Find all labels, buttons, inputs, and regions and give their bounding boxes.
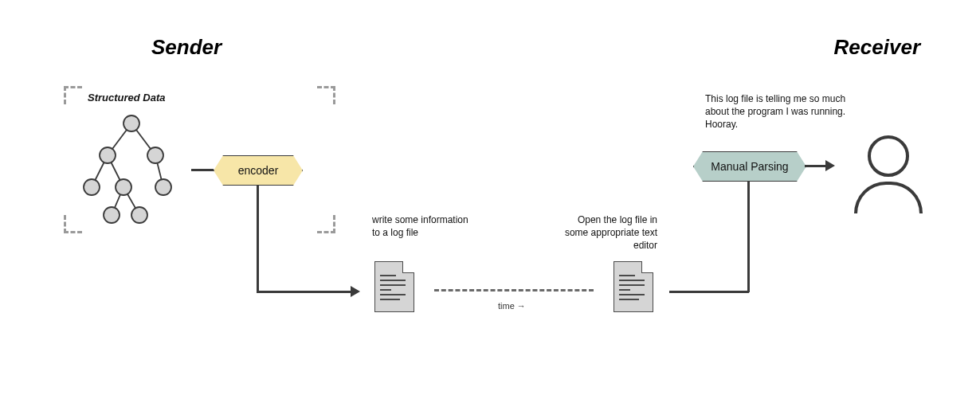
bracket-corner: [317, 215, 335, 233]
structured-data-label: Structured Data: [88, 92, 166, 104]
svg-point-8: [100, 147, 116, 163]
encoder-step: encoder: [214, 155, 303, 186]
open-log-caption: Open the log file in some appropriate te…: [554, 213, 657, 252]
arrow-right-icon: [825, 160, 835, 171]
connector: [747, 179, 750, 292]
svg-point-12: [155, 179, 171, 195]
svg-point-14: [131, 207, 147, 223]
write-log-caption: write some information to a log file: [372, 213, 476, 239]
svg-point-7: [123, 115, 139, 131]
connector: [257, 291, 352, 293]
svg-point-11: [116, 179, 131, 195]
connector: [257, 185, 259, 292]
time-label: time →: [498, 301, 526, 311]
time-dashed-line: [434, 289, 594, 291]
svg-point-9: [147, 147, 163, 163]
manual-parsing-step: Manual Parsing: [693, 151, 806, 182]
connector: [669, 291, 749, 293]
document-icon: [613, 261, 653, 312]
tree-icon: [76, 108, 187, 227]
bracket-corner: [64, 86, 82, 104]
diagram: Sender Receiver Structured Data encoder: [0, 0, 980, 399]
person-icon: [854, 135, 923, 213]
svg-point-13: [104, 207, 120, 223]
bracket-corner: [317, 86, 335, 104]
svg-point-10: [84, 179, 100, 195]
sender-heading: Sender: [151, 35, 221, 60]
receiver-heading: Receiver: [834, 35, 920, 60]
arrow-right-icon: [351, 286, 360, 297]
receiver-speech: This log file is telling me so much abou…: [705, 92, 864, 131]
connector: [805, 165, 827, 167]
document-icon: [374, 261, 414, 312]
connector: [191, 169, 214, 171]
